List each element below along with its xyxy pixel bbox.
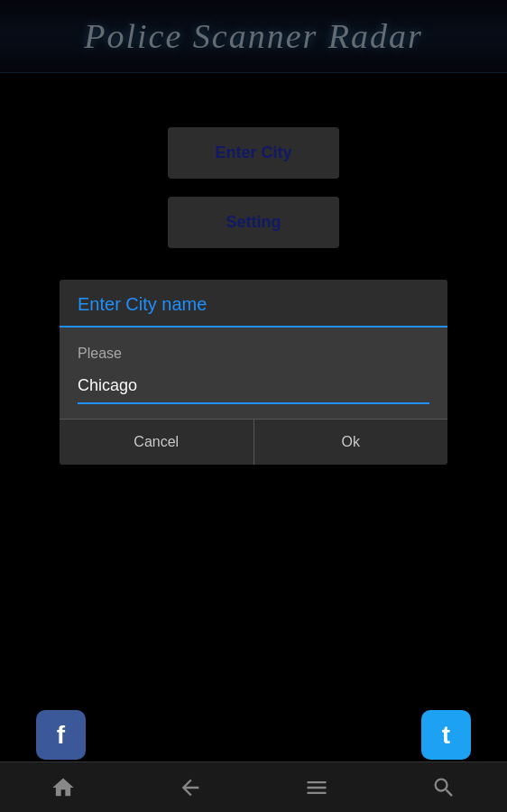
social-icons: f t [0, 710, 507, 760]
twitter-letter: t [442, 721, 450, 750]
cancel-button[interactable]: Cancel [60, 420, 254, 465]
menu-icon [304, 775, 329, 800]
modal-body: Please [60, 328, 447, 419]
city-input[interactable] [78, 373, 429, 399]
home-icon [51, 775, 76, 800]
facebook-letter: f [57, 721, 65, 750]
city-input-row [78, 373, 429, 404]
bottom-nav [0, 761, 507, 812]
modal-overlay: Enter City name Please Cancel Ok [0, 0, 507, 812]
twitter-icon[interactable]: t [421, 710, 471, 760]
back-icon [178, 775, 203, 800]
facebook-icon[interactable]: f [36, 710, 86, 760]
back-nav-button[interactable] [168, 765, 213, 810]
home-nav-button[interactable] [41, 765, 86, 810]
modal-header: Enter City name [60, 280, 447, 328]
modal-actions: Cancel Ok [60, 419, 447, 465]
modal-placeholder-text: Please [78, 338, 429, 373]
search-icon [431, 775, 456, 800]
modal-title: Enter City name [78, 294, 207, 314]
enter-city-modal: Enter City name Please Cancel Ok [60, 280, 447, 465]
menu-nav-button[interactable] [294, 765, 339, 810]
search-nav-button[interactable] [421, 765, 466, 810]
ok-button[interactable]: Ok [254, 420, 448, 465]
